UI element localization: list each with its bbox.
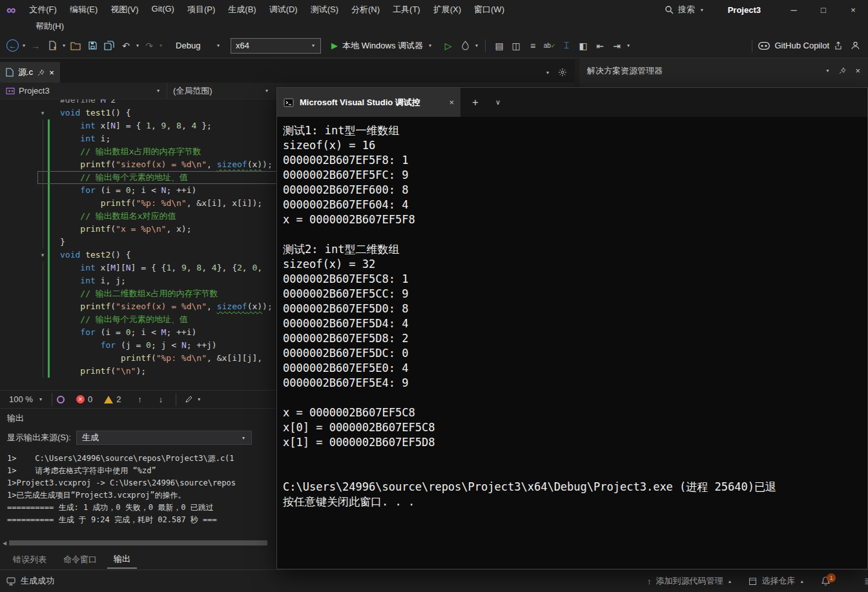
share-button[interactable]	[831, 37, 846, 54]
scrollbar-thumb[interactable]	[9, 540, 267, 546]
menu-item[interactable]: 工具(T)	[387, 2, 426, 17]
menu-item[interactable]: 窗口(W)	[468, 2, 510, 17]
breakpoint-margin[interactable]	[0, 107, 37, 119]
select-repository-button[interactable]: 选择仓库 ▲	[749, 575, 804, 587]
breakpoint-margin[interactable]	[0, 223, 37, 236]
chevron-down-icon[interactable]: ▾	[136, 43, 139, 48]
chevron-down-icon[interactable]: ▾	[63, 43, 65, 48]
navigate-forward-button[interactable]: →	[28, 37, 43, 54]
breakpoint-margin[interactable]	[0, 287, 37, 300]
breakpoint-margin[interactable]	[0, 197, 37, 210]
breakpoint-margin[interactable]	[0, 352, 37, 365]
breakpoint-margin[interactable]	[0, 313, 37, 326]
maximize-button[interactable]: □	[809, 0, 838, 19]
menu-item[interactable]: 项目(P)	[181, 2, 221, 17]
active-files-dropdown[interactable]: ▾	[546, 70, 549, 76]
menu-item[interactable]: Git(G)	[146, 2, 180, 17]
editor-options-gear-icon[interactable]	[558, 68, 567, 77]
console-tab[interactable]: Microsoft Visual Studio 调试控 ×	[277, 88, 460, 117]
panel-tab[interactable]: 命令窗口	[57, 551, 103, 568]
panel-close-icon[interactable]: ×	[855, 66, 860, 76]
fold-collapse-icon[interactable]: ▾	[37, 107, 48, 119]
menu-item[interactable]: 编辑(E)	[64, 2, 103, 17]
previous-issue-button[interactable]: ↑	[138, 394, 142, 404]
redo-button[interactable]: ↷	[141, 37, 157, 54]
breakpoint-margin[interactable]	[0, 261, 37, 274]
breakpoint-margin[interactable]	[0, 99, 37, 107]
panel-tab[interactable]: 输出	[107, 551, 137, 569]
new-file-button[interactable]	[45, 37, 60, 54]
menu-item[interactable]: 生成(B)	[222, 2, 262, 17]
notifications-button[interactable]: 1	[821, 577, 831, 586]
decrease-indent-button[interactable]: ⇤	[592, 37, 608, 54]
fold-collapse-icon[interactable]: ▾	[37, 249, 48, 261]
console-tab-dropdown[interactable]: ∨	[495, 98, 501, 107]
navigate-back-button[interactable]: ←	[6, 39, 19, 52]
selection-mode-button[interactable]: ⌶	[559, 37, 574, 54]
menu-item[interactable]: 视图(V)	[105, 2, 144, 17]
hot-reload-button[interactable]	[457, 37, 473, 54]
member-list-button[interactable]: ▤	[491, 37, 507, 54]
scroll-left-arrow-icon[interactable]: ◀	[0, 540, 9, 546]
popup-window-button[interactable]: ◫	[508, 37, 524, 54]
chevron-down-icon[interactable]: ▾	[160, 43, 162, 48]
next-issue-button[interactable]: ↓	[159, 394, 163, 404]
account-button[interactable]	[847, 37, 863, 54]
breakpoint-margin[interactable]	[0, 339, 37, 352]
menu-item[interactable]: 文件(F)	[23, 2, 63, 17]
breakpoint-margin[interactable]	[0, 300, 37, 313]
minimize-button[interactable]: ─	[779, 0, 809, 19]
breakpoint-margin[interactable]	[0, 145, 37, 158]
open-file-button[interactable]	[68, 37, 83, 54]
start-debugging-button[interactable]: ▶ 本地 Windows 调试器 ▾	[331, 40, 433, 52]
pin-icon[interactable]	[37, 69, 45, 76]
output-source-select[interactable]: 生成 ▾	[76, 431, 252, 445]
tab-close-icon[interactable]: ×	[49, 68, 54, 77]
chevron-down-icon[interactable]: ▾	[475, 43, 478, 48]
toolbar-overflow-chevron[interactable]: ▾	[627, 43, 630, 48]
line-operations-button[interactable]: ≡	[525, 37, 541, 54]
console-new-tab-button[interactable]: +	[472, 96, 479, 109]
breakpoint-margin[interactable]	[0, 132, 37, 145]
increase-indent-button[interactable]: ⇥	[609, 37, 625, 54]
breakpoint-margin[interactable]	[0, 119, 37, 132]
save-button[interactable]	[85, 37, 100, 54]
chevron-down-icon[interactable]: ▾	[826, 68, 829, 74]
breakpoint-margin[interactable]	[0, 210, 37, 223]
console-tab-close-icon[interactable]: ×	[449, 97, 454, 107]
document-tab[interactable]: 源.c ×	[0, 62, 60, 83]
console-output[interactable]: 测试1: int型一维数组sizeof(x) = 160000002B607EF…	[277, 117, 867, 569]
menu-item[interactable]: 调试(D)	[264, 2, 304, 17]
breakpoint-margin[interactable]	[0, 326, 37, 339]
warning-count-indicator[interactable]: 2	[104, 394, 121, 404]
chevron-down-icon[interactable]: ▾	[23, 43, 25, 48]
split-view-button[interactable]: ◧	[575, 37, 591, 54]
menu-help[interactable]: 帮助(H)	[30, 19, 70, 34]
add-to-source-control-button[interactable]: ↑ 添加到源代码管理 ▲	[647, 575, 732, 587]
breakpoint-margin[interactable]	[0, 236, 37, 249]
spell-check-button[interactable]: ab✓	[542, 37, 557, 54]
breakpoint-margin[interactable]	[0, 365, 37, 378]
breakpoint-margin[interactable]	[0, 184, 37, 197]
panel-tab[interactable]: 错误列表	[6, 551, 53, 568]
start-without-debugging-button[interactable]: ▷	[440, 37, 456, 54]
menu-item[interactable]: 扩展(X)	[428, 2, 467, 17]
breakpoint-margin[interactable]	[0, 171, 37, 184]
code-cleanup-button[interactable]	[181, 391, 196, 408]
menu-item[interactable]: 分析(N)	[346, 2, 386, 17]
chevron-down-icon[interactable]: ▾	[198, 396, 200, 402]
close-button[interactable]: ×	[838, 0, 868, 19]
search-box[interactable]: 搜索 ▾	[658, 2, 711, 17]
code-health-icon[interactable]	[57, 396, 65, 403]
menu-item[interactable]: 测试(S)	[305, 2, 344, 17]
error-count-indicator[interactable]: × 0	[76, 394, 92, 404]
solution-platform-select[interactable]: x64 ▾	[231, 38, 321, 54]
breakpoint-margin[interactable]	[0, 274, 37, 287]
save-all-button[interactable]	[101, 37, 117, 54]
solution-configuration-select[interactable]: Debug ▾	[171, 38, 225, 54]
undo-button[interactable]: ↶	[118, 37, 134, 54]
breakpoint-margin[interactable]	[0, 158, 37, 171]
breakpoint-margin[interactable]	[0, 249, 37, 261]
github-copilot-button[interactable]: GitHub Copilot	[758, 41, 829, 50]
pin-icon[interactable]	[839, 67, 846, 74]
